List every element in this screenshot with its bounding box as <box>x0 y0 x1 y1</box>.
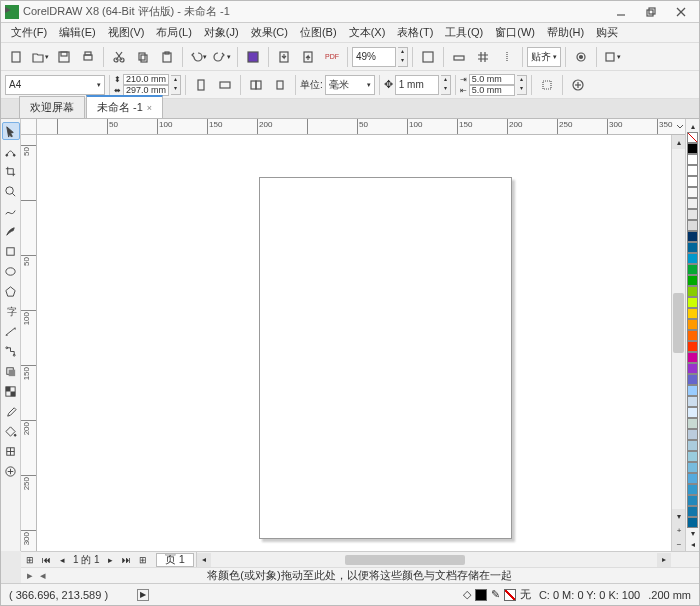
print-button[interactable] <box>77 46 99 68</box>
paper-size-dropdown[interactable]: A4▾ <box>5 75 105 95</box>
redo-button[interactable]: ▾ <box>211 46 233 68</box>
outline-indicator-icon[interactable]: ✎ <box>491 588 500 601</box>
zoom-input[interactable] <box>352 47 396 67</box>
menu-8[interactable]: 表格(T) <box>391 23 439 42</box>
swatch-33[interactable] <box>687 506 698 517</box>
treat-as-filled-button[interactable] <box>536 74 558 96</box>
transparency-tool[interactable] <box>2 382 20 400</box>
rectangle-tool[interactable] <box>2 242 20 260</box>
page-size-spinner[interactable]: ▴▾ <box>171 75 181 95</box>
swatch-23[interactable] <box>687 396 698 407</box>
tab-arrow-icon[interactable] <box>0 0 16 20</box>
zoom-tool[interactable] <box>2 182 20 200</box>
menu-7[interactable]: 文本(X) <box>343 23 392 42</box>
show-guidelines-button[interactable] <box>496 46 518 68</box>
show-rulers-button[interactable] <box>448 46 470 68</box>
tab-welcome[interactable]: 欢迎屏幕 <box>19 96 85 118</box>
swatch-2[interactable] <box>687 165 698 176</box>
ruler-options-icon[interactable] <box>675 119 685 135</box>
menu-12[interactable]: 购买 <box>590 23 624 42</box>
swatch-16[interactable] <box>687 319 698 330</box>
swatch-5[interactable] <box>687 198 698 209</box>
units-dropdown[interactable]: 毫米▾ <box>325 75 375 95</box>
connector-tool[interactable] <box>2 342 20 360</box>
swatch-24[interactable] <box>687 407 698 418</box>
menu-1[interactable]: 编辑(E) <box>53 23 102 42</box>
first-page-button[interactable]: ⏮ <box>39 553 53 567</box>
restore-button[interactable] <box>637 3 665 21</box>
menu-11[interactable]: 帮助(H) <box>541 23 590 42</box>
parallel-dim-tool[interactable] <box>2 322 20 340</box>
palette-down-icon[interactable]: ▾ <box>687 528 698 539</box>
swatch-27[interactable] <box>687 440 698 451</box>
export-button[interactable] <box>297 46 319 68</box>
menu-5[interactable]: 效果(C) <box>245 23 294 42</box>
swatch-15[interactable] <box>687 308 698 319</box>
freehand-tool[interactable] <box>2 202 20 220</box>
zoom-in-button[interactable]: + <box>672 523 685 537</box>
zoom-out-button[interactable]: − <box>672 537 685 551</box>
swatch-31[interactable] <box>687 484 698 495</box>
swatch-8[interactable] <box>687 231 698 242</box>
swatch-none[interactable] <box>687 132 698 143</box>
fullscreen-button[interactable] <box>417 46 439 68</box>
search-button[interactable] <box>242 46 264 68</box>
open-button[interactable]: ▾ <box>29 46 51 68</box>
smart-fill-tool[interactable] <box>2 442 20 460</box>
new-button[interactable] <box>5 46 27 68</box>
prev-page-button[interactable]: ◂ <box>55 553 69 567</box>
add-page-after-icon[interactable]: ⊞ <box>136 553 150 567</box>
add-page-icon[interactable]: ⊞ <box>23 553 37 567</box>
current-page-button[interactable] <box>269 74 291 96</box>
add-preset-button[interactable] <box>567 74 589 96</box>
hint-arrow-icon[interactable]: ▸ ◂ <box>27 569 48 582</box>
publish-pdf-button[interactable]: PDF <box>321 46 343 68</box>
fill-swatch[interactable] <box>475 589 487 601</box>
menu-10[interactable]: 窗口(W) <box>489 23 541 42</box>
menu-3[interactable]: 布局(L) <box>150 23 197 42</box>
swatch-6[interactable] <box>687 209 698 220</box>
swatch-4[interactable] <box>687 187 698 198</box>
launch-button[interactable]: ▾ <box>601 46 623 68</box>
palette-up-icon[interactable]: ▴ <box>687 121 698 132</box>
ruler-origin[interactable] <box>21 119 37 135</box>
swatch-3[interactable] <box>687 176 698 187</box>
tab-document[interactable]: 未命名 -1× <box>86 95 163 118</box>
landscape-button[interactable] <box>214 74 236 96</box>
swatch-14[interactable] <box>687 297 698 308</box>
eyedropper-tool[interactable] <box>2 402 20 420</box>
swatch-29[interactable] <box>687 462 698 473</box>
snap-dropdown[interactable]: 贴齐▾ <box>527 47 561 67</box>
swatch-10[interactable] <box>687 253 698 264</box>
swatch-11[interactable] <box>687 264 698 275</box>
swatch-28[interactable] <box>687 451 698 462</box>
close-button[interactable] <box>667 3 695 21</box>
page-height-input[interactable] <box>123 85 169 96</box>
paste-button[interactable] <box>156 46 178 68</box>
import-button[interactable] <box>273 46 295 68</box>
horizontal-ruler[interactable]: 5010015020050100150200250300350 <box>37 119 675 135</box>
swatch-30[interactable] <box>687 473 698 484</box>
swatch-21[interactable] <box>687 374 698 385</box>
polygon-tool[interactable] <box>2 282 20 300</box>
last-page-button[interactable]: ⏭ <box>120 553 134 567</box>
menu-6[interactable]: 位图(B) <box>294 23 343 42</box>
zoom-spinner[interactable]: ▴▾ <box>398 47 408 67</box>
swatch-0[interactable] <box>687 143 698 154</box>
vertical-ruler[interactable]: 5050100150200250300 <box>21 135 37 551</box>
drawing-canvas[interactable] <box>37 135 671 551</box>
swatch-32[interactable] <box>687 495 698 506</box>
nudge-spinner[interactable]: ▴▾ <box>441 75 451 95</box>
quick-customize-icon[interactable] <box>2 462 20 480</box>
drop-shadow-tool[interactable] <box>2 362 20 380</box>
cut-button[interactable] <box>108 46 130 68</box>
swatch-13[interactable] <box>687 286 698 297</box>
next-page-button[interactable]: ▸ <box>104 553 118 567</box>
page-tab[interactable]: 页 1 <box>156 553 194 567</box>
swatch-22[interactable] <box>687 385 698 396</box>
duplicate-y-input[interactable] <box>469 85 515 96</box>
menu-9[interactable]: 工具(Q) <box>439 23 489 42</box>
swatch-26[interactable] <box>687 429 698 440</box>
swatch-20[interactable] <box>687 363 698 374</box>
vertical-scrollbar[interactable]: ▴▾ + − <box>671 135 685 551</box>
